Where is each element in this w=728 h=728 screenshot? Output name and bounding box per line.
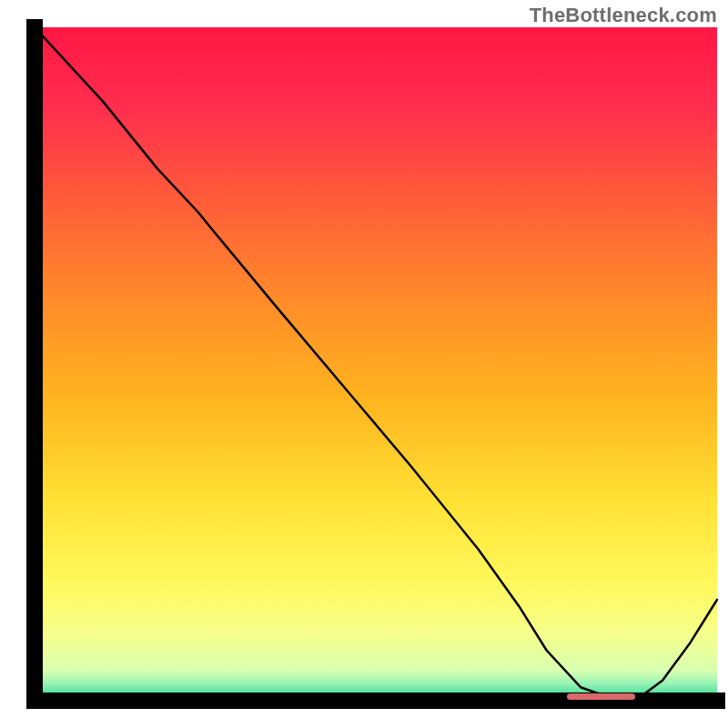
optimal-band-marker: [567, 693, 635, 700]
watermark-text: TheBottleneck.com: [530, 4, 717, 27]
bottleneck-curve-chart: TheBottleneck.com: [0, 0, 728, 728]
plot-background: [35, 27, 717, 701]
chart-canvas: [0, 0, 728, 728]
